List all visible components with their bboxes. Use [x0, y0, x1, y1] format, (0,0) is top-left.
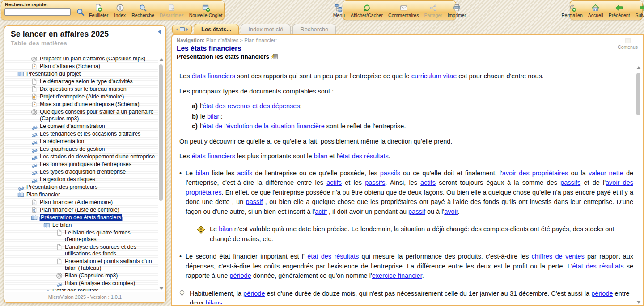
menu-button[interactable]: Menu — [330, 3, 348, 18]
content-link[interactable]: états financiers — [191, 153, 235, 160]
tree-item[interactable]: Plan financier — [10, 191, 158, 199]
imprimer-button[interactable]: Imprimer — [445, 3, 469, 18]
content-link[interactable]: état des revenus et des dépenses — [203, 102, 300, 110]
scroll-up-icon[interactable] — [159, 58, 164, 61]
tree-item[interactable]: Quelques conseils pour s'allier à un par… — [10, 108, 158, 123]
content-link[interactable]: passif — [246, 198, 263, 205]
content-link[interactable]: bilans — [205, 299, 222, 304]
tree-item[interactable]: Présentation des états financiers — [10, 214, 158, 221]
feuilleter-button[interactable]: Feuilleter — [86, 3, 111, 18]
scroll-up-icon[interactable] — [636, 66, 641, 69]
tree-item[interactable]: Mise sur pied d'une entreprise (Schéma) — [10, 101, 158, 108]
tree-item[interactable]: Le bilan des quatre formes d'entreprises — [10, 229, 158, 243]
content-link[interactable]: état des résultats — [339, 153, 388, 160]
toolbar-button-label: Nouvelle Onglet — [189, 13, 223, 18]
content-tab[interactable]: Les états... — [194, 24, 239, 34]
content-tab[interactable]: Index mot-clé — [241, 24, 291, 34]
accueil-button[interactable]: Accueil — [585, 3, 606, 18]
tree-item[interactable]: Les formes juridiques de l'entreprises — [10, 161, 158, 168]
content-link[interactable]: exercice financier — [372, 272, 422, 279]
content-link[interactable]: bilan — [207, 113, 221, 120]
content-link[interactable]: actifs — [237, 170, 252, 177]
tree-item[interactable]: Préparer un plan d'affaires (Capsules mp… — [10, 57, 158, 63]
content-link[interactable]: état de l'évolution de la situation fina… — [203, 123, 325, 130]
tree-item[interactable]: L'analyse des sources et des utilisation… — [10, 243, 158, 258]
page-arrow-icon — [167, 4, 176, 12]
search-input[interactable] — [4, 8, 71, 16]
tree-item[interactable]: Présentation des promoteurs — [10, 183, 158, 191]
paragraph: Les états financiers sont des rapports q… — [179, 72, 633, 81]
content-link[interactable]: avoir — [444, 208, 458, 215]
search-go-button[interactable] — [75, 6, 86, 18]
tree-item[interactable]: Présentation du projet — [10, 70, 158, 78]
scrollbar-thumb[interactable] — [636, 73, 640, 115]
paragraph: Les principaux types de documents compta… — [179, 87, 633, 97]
tree-item[interactable]: La réglementation — [10, 138, 158, 145]
content-link[interactable]: période — [243, 290, 265, 297]
content-link[interactable]: passifs — [560, 179, 580, 186]
toolbar-button-label: Partager — [424, 13, 442, 18]
content-link[interactable]: passifs — [365, 179, 385, 186]
tabs-list-icon[interactable] — [180, 27, 185, 31]
scroll-down-icon[interactable] — [159, 287, 164, 290]
content-link[interactable]: passifs — [380, 170, 400, 177]
content-link[interactable]: curriculum vitae — [411, 72, 457, 80]
tree-item[interactable]: Les graphiques de gestion — [10, 145, 158, 153]
tree-item[interactable]: Dix questions sur le bureau maison — [10, 85, 158, 93]
tabs-scroll-right-icon[interactable] — [186, 28, 188, 31]
content-link[interactable]: passif — [408, 208, 425, 215]
precedent-button[interactable]: Précédent — [606, 3, 633, 18]
tree-item[interactable]: Plan financier (Liste de contrôle) — [10, 206, 158, 214]
tree-item[interactable]: Plan financier (Aide mémoire) — [10, 199, 158, 206]
tabs-scroll-left-icon[interactable] — [176, 28, 178, 31]
scrollbar-thumb[interactable] — [159, 64, 163, 201]
tree-item[interactable]: Bilan (Analyse des comptes) — [10, 280, 158, 287]
content-link[interactable]: valeur nette — [589, 170, 623, 177]
toolbar-button-label: Commentaires — [388, 13, 419, 18]
tree-item-label: Les stades de développement d'une entrep… — [40, 153, 155, 160]
scroll-down-icon[interactable] — [636, 301, 641, 304]
content-link[interactable]: bilan — [314, 153, 328, 160]
suivant-button[interactable]: Suivant — [633, 3, 644, 18]
page-blue-icon — [30, 199, 38, 206]
tree-item[interactable]: Les types d'acquisition d'entreprise — [10, 168, 158, 176]
index-button[interactable]: Index — [111, 3, 129, 18]
sidebar-collapse-icon[interactable] — [158, 29, 161, 34]
content-link[interactable]: état des résultats — [572, 263, 624, 270]
content-link[interactable]: états financiers — [191, 72, 235, 80]
content-link[interactable]: chiffres de ventes — [532, 253, 585, 260]
content-link[interactable]: état des résultats — [307, 253, 359, 260]
tree-item[interactable]: Plan d'affaires (Schéma) — [10, 63, 158, 70]
content-link[interactable]: avoir des propriétaires — [502, 170, 568, 177]
content-link[interactable]: bilan — [195, 170, 209, 177]
content-link[interactable]: période — [229, 272, 251, 279]
content-tab[interactable]: Recherche — [292, 24, 336, 34]
content-link[interactable]: actifs — [420, 179, 436, 186]
content-link[interactable]: période — [591, 290, 613, 297]
tree-item[interactable]: Le conseil d'administration — [10, 123, 158, 130]
tree-item[interactable]: Le bilan — [10, 221, 158, 229]
tree-item[interactable]: Bilan (Capsules mp3) — [10, 272, 158, 280]
tree-item[interactable]: L'état des résultats — [10, 287, 158, 291]
commentaires-button[interactable]: Commentaires — [386, 3, 421, 18]
tree-item[interactable]: Le démarrage selon le type d'activités — [10, 78, 158, 85]
content-link[interactable]: actif — [315, 208, 327, 215]
nouvelle-onglet-button[interactable]: Nouvelle Onglet — [186, 3, 225, 18]
tree-item[interactable]: Présentation et points saillants d'un bi… — [10, 258, 158, 272]
tree-item[interactable]: Les stades de développement d'une entrep… — [10, 153, 158, 161]
afficher-cacher-button[interactable]: Afficher/Cacher — [348, 3, 386, 18]
tree-item[interactable]: La gestion des risques — [10, 176, 158, 183]
content-link[interactable]: bilan — [219, 225, 233, 233]
version-footer: MicroVision 2025 - Version : 1.0.1 — [5, 292, 165, 302]
page-subtitle: Présentation les états financiers — [177, 53, 625, 60]
contenus-button[interactable]: Contenus — [618, 37, 638, 50]
recherche-button[interactable]: Recherche — [129, 3, 157, 18]
content-link[interactable]: actifs — [326, 179, 342, 186]
book-icon — [30, 169, 38, 175]
tree-item-label: Mise sur pied d'une entreprise (Schéma) — [40, 101, 140, 108]
tree-item-label: La réglementation — [40, 138, 84, 145]
tree-item[interactable]: Projet d'entreprise (Aide mémoire) — [10, 93, 158, 101]
arrow-left-green-icon — [615, 4, 623, 12]
permalien-button[interactable]: Permalien — [559, 3, 585, 18]
tree-item[interactable]: Les tendances et les occasions d'affaire… — [10, 130, 158, 138]
